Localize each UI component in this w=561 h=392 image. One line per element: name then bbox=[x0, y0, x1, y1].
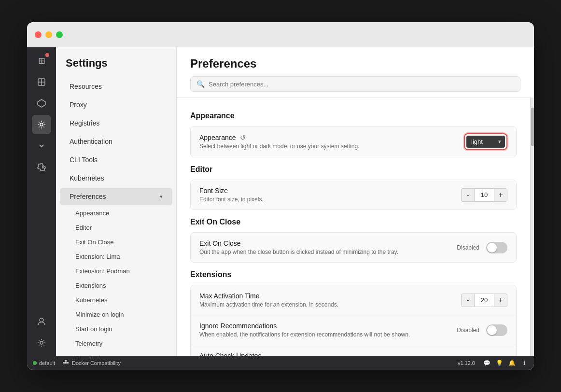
status-icons: 💬 💡 🔔 ℹ bbox=[483, 359, 528, 367]
exit-on-close-desc: Quit the app when the close button is cl… bbox=[199, 249, 398, 255]
font-size-control: - 10 + bbox=[461, 188, 507, 202]
font-size-label: Font Size bbox=[199, 187, 264, 195]
sidebar-item-preferences[interactable]: Preferences ▾ bbox=[60, 188, 172, 205]
icon-sidebar-top: ⊞ bbox=[32, 51, 51, 310]
bell-icon[interactable]: 🔔 bbox=[508, 359, 516, 367]
exit-on-close-row: Exit On Close Quit the app when the clos… bbox=[191, 233, 516, 262]
exit-toggle-label: Disabled bbox=[457, 244, 479, 251]
maximize-button[interactable] bbox=[56, 31, 63, 38]
appearance-dropdown-highlight: light dark system bbox=[464, 133, 507, 150]
appearance-row-label: Appearance ↺ bbox=[199, 134, 360, 141]
font-size-stepper: - 10 + bbox=[461, 188, 507, 202]
max-activation-increment[interactable]: + bbox=[494, 294, 507, 307]
font-size-info: Font Size Editor font size, in pixels. bbox=[199, 187, 264, 203]
auto-check-updates-row: Auto Check Updates When enabled, automat… bbox=[191, 345, 516, 356]
max-activation-control: - 20 + bbox=[461, 294, 507, 307]
font-size-value: 10 bbox=[475, 188, 494, 202]
search-icon: 🔍 bbox=[196, 80, 205, 88]
search-bar: 🔍 bbox=[190, 76, 520, 92]
svg-marker-3 bbox=[38, 99, 45, 107]
preferences-subitems: Appearance Editor Exit On Close Extensio… bbox=[56, 206, 176, 356]
font-size-decrement[interactable]: - bbox=[461, 188, 475, 202]
icon-sidebar: ⊞ bbox=[27, 47, 56, 356]
subitem-extensions[interactable]: Extensions bbox=[60, 279, 172, 293]
search-input[interactable] bbox=[209, 81, 514, 88]
subitem-telemetry[interactable]: Telemetry bbox=[60, 336, 172, 350]
app-window: ⊞ bbox=[27, 22, 534, 370]
sidebar-item-proxy[interactable]: Proxy bbox=[60, 96, 172, 113]
page-title: Preferences bbox=[190, 57, 520, 70]
appearance-dropdown[interactable]: light dark system bbox=[466, 136, 505, 148]
chevron-down-icon[interactable] bbox=[32, 136, 51, 155]
bulb-icon[interactable]: 💡 bbox=[495, 359, 503, 367]
subitem-terminal[interactable]: Terminal bbox=[60, 351, 172, 356]
puzzle-icon[interactable] bbox=[32, 157, 51, 177]
auto-check-label: Auto Check Updates bbox=[199, 352, 458, 356]
ignore-rec-label: Ignore Recommendations bbox=[199, 322, 410, 330]
ignore-rec-control: Disabled bbox=[457, 324, 507, 336]
main-scroll: Appearance Appearance ↺ Select between l… bbox=[177, 98, 530, 356]
svg-rect-8 bbox=[65, 362, 67, 364]
grid-icon[interactable]: ⊞ bbox=[32, 51, 51, 70]
subitem-kubernetes[interactable]: Kubernetes bbox=[60, 293, 172, 307]
ignore-rec-toggle[interactable] bbox=[486, 324, 507, 336]
user-icon[interactable] bbox=[32, 312, 51, 331]
settings-icon[interactable] bbox=[32, 115, 51, 134]
appearance-row: Appearance ↺ Select between light or dar… bbox=[191, 126, 516, 157]
sidebar-item-cli-tools[interactable]: CLI Tools bbox=[60, 151, 172, 168]
chat-icon[interactable]: 💬 bbox=[483, 359, 491, 367]
docker-icon bbox=[63, 360, 70, 366]
connection-status: default bbox=[33, 360, 55, 366]
close-button[interactable] bbox=[35, 31, 42, 38]
subitem-editor[interactable]: Editor bbox=[60, 221, 172, 235]
appearance-card: Appearance ↺ Select between light or dar… bbox=[190, 126, 517, 157]
svg-point-6 bbox=[40, 341, 43, 344]
docker-compat-label: Docker Compatibility bbox=[72, 360, 121, 366]
appearance-row-info: Appearance ↺ Select between light or dar… bbox=[199, 134, 360, 150]
subitem-appearance[interactable]: Appearance bbox=[60, 206, 172, 220]
max-activation-desc: Maximum activation time for an extension… bbox=[199, 301, 338, 308]
app-body: ⊞ bbox=[27, 47, 534, 356]
exit-control: Disabled bbox=[457, 242, 507, 253]
sidebar-item-kubernetes[interactable]: Kubernetes bbox=[60, 169, 172, 187]
max-activation-row: Max Activation Time Maximum activation t… bbox=[191, 285, 516, 315]
ignore-rec-toggle-knob bbox=[487, 325, 497, 335]
subitem-extension-podman[interactable]: Extension: Podman bbox=[60, 264, 172, 278]
svg-point-4 bbox=[40, 123, 43, 126]
extensions-card: Max Activation Time Maximum activation t… bbox=[190, 285, 517, 356]
exit-toggle[interactable] bbox=[486, 242, 507, 253]
max-activation-decrement[interactable]: - bbox=[461, 294, 475, 307]
subitem-start-on-login[interactable]: Start on login bbox=[60, 322, 172, 336]
ignore-rec-info: Ignore Recommendations When enabled, the… bbox=[199, 322, 410, 338]
subitem-extension-lima[interactable]: Extension: Lima bbox=[60, 250, 172, 264]
main-content: Preferences 🔍 Appearance Appearance bbox=[177, 47, 534, 356]
exit-on-close-info: Exit On Close Quit the app when the clos… bbox=[199, 239, 398, 255]
sidebar-item-authentication[interactable]: Authentication bbox=[60, 133, 172, 150]
sidebar-item-resources[interactable]: Resources bbox=[60, 78, 172, 95]
statusbar: default Docker Compatibility v1.12.0 💬 💡… bbox=[27, 356, 534, 370]
subitem-minimize-on-login[interactable]: Minimize on login bbox=[60, 308, 172, 322]
font-size-increment[interactable]: + bbox=[494, 188, 507, 202]
connection-label: default bbox=[39, 360, 55, 366]
font-size-row: Font Size Editor font size, in pixels. -… bbox=[191, 180, 516, 210]
sidebar-item-registries[interactable]: Registries bbox=[60, 114, 172, 132]
icon-sidebar-bottom bbox=[32, 312, 51, 356]
reset-icon[interactable]: ↺ bbox=[240, 134, 246, 141]
scroll-track[interactable] bbox=[530, 98, 534, 356]
minimize-button[interactable] bbox=[45, 31, 52, 38]
svg-rect-9 bbox=[67, 362, 69, 364]
gear-icon[interactable] bbox=[32, 333, 51, 352]
section-extensions-title: Extensions bbox=[190, 270, 517, 279]
cube-icon[interactable] bbox=[32, 72, 51, 92]
titlebar bbox=[27, 22, 534, 47]
svg-rect-10 bbox=[65, 360, 67, 362]
info-icon[interactable]: ℹ bbox=[520, 359, 528, 367]
svg-rect-7 bbox=[63, 362, 65, 364]
extensions-icon[interactable] bbox=[32, 94, 51, 113]
appearance-dropdown-wrapper: light dark system bbox=[466, 136, 505, 148]
editor-card: Font Size Editor font size, in pixels. -… bbox=[190, 180, 517, 210]
version-label: v1.12.0 bbox=[458, 360, 475, 366]
subitem-exit-on-close[interactable]: Exit On Close bbox=[60, 235, 172, 249]
chevron-icon: ▾ bbox=[160, 194, 163, 200]
exit-card: Exit On Close Quit the app when the clos… bbox=[190, 232, 517, 263]
